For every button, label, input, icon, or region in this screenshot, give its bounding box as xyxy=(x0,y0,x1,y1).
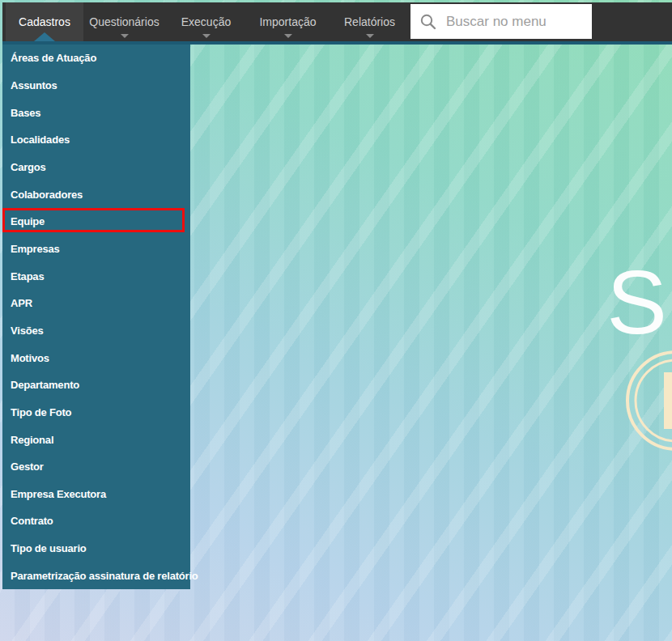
menu-item-label: Departamento xyxy=(11,379,79,391)
menu-item-cargos[interactable]: Cargos xyxy=(2,154,190,181)
menu-item-label: Colaboradores xyxy=(11,189,83,201)
menu-item-label: APR xyxy=(11,297,32,309)
menu-item-label: Áreas de Atuação xyxy=(11,52,96,64)
nav-item-label: Cadastros xyxy=(19,15,70,28)
menu-search-box xyxy=(410,4,592,39)
menu-item-bases[interactable]: Bases xyxy=(2,99,190,126)
nav-item-relatorios[interactable]: Relatórios xyxy=(329,2,410,41)
menu-item-colaboradores[interactable]: Colaboradores xyxy=(2,180,190,208)
menu-item-contrato[interactable]: Contrato xyxy=(2,507,190,535)
chevron-down-icon xyxy=(202,34,211,38)
menu-item-empresas[interactable]: Empresas xyxy=(2,236,190,263)
menu-item-regional[interactable]: Regional xyxy=(2,426,190,453)
menu-item-tipo-de-usuario[interactable]: Tipo de usuario xyxy=(2,535,190,562)
menu-item-label: Assuntos xyxy=(11,79,57,91)
menu-item-label: Parametrização assinatura de relatório xyxy=(11,570,198,582)
menu-item-motivos[interactable]: Motivos xyxy=(2,344,190,371)
nav-item-execucao[interactable]: Execução xyxy=(165,2,247,41)
menu-item-label: Equipe xyxy=(11,215,45,227)
menu-item-label: Empresas xyxy=(11,243,60,255)
active-dropdown-notch xyxy=(34,32,55,41)
watermark-letter-s: S xyxy=(606,257,667,348)
nav-item-label: Execução xyxy=(181,15,231,28)
cadastros-dropdown-menu: Áreas de Atuação Assuntos Bases Localida… xyxy=(2,45,190,589)
menu-item-label: Motivos xyxy=(11,352,49,364)
menu-item-label: Bases xyxy=(11,107,40,119)
menu-item-equipe[interactable]: Equipe xyxy=(2,208,190,236)
nav-item-importacao[interactable]: Importação xyxy=(247,2,329,41)
menu-item-label: Empresa Executora xyxy=(11,488,106,500)
menu-item-label: Visões xyxy=(11,325,43,337)
menu-item-assuntos[interactable]: Assuntos xyxy=(2,72,190,100)
nav-item-questionarios[interactable]: Questionários xyxy=(83,2,165,41)
menu-item-empresa-executora[interactable]: Empresa Executora xyxy=(2,481,190,508)
menu-item-areas-de-atuacao[interactable]: Áreas de Atuação xyxy=(2,45,190,72)
menu-item-label: Contrato xyxy=(11,515,53,527)
menu-item-etapas[interactable]: Etapas xyxy=(2,262,190,290)
menu-item-apr[interactable]: APR xyxy=(2,290,190,317)
menu-item-label: Etapas xyxy=(11,270,44,282)
nav-item-label: Questionários xyxy=(89,15,159,28)
menu-item-parametrizacao-assinatura-de-relatorio[interactable]: Parametrização assinatura de relatório xyxy=(2,562,190,589)
menu-item-label: Cargos xyxy=(11,161,46,173)
menu-item-label: Gestor xyxy=(11,461,44,473)
menu-item-label: Localidades xyxy=(11,134,70,146)
menu-item-departamento[interactable]: Departamento xyxy=(2,371,190,399)
menu-item-gestor[interactable]: Gestor xyxy=(2,453,190,481)
watermark-logo-circle-icon xyxy=(615,350,672,452)
nav-item-cadastros[interactable]: Cadastros xyxy=(6,2,83,41)
search-input[interactable] xyxy=(410,4,592,39)
menu-item-visoes[interactable]: Visões xyxy=(2,317,190,345)
menu-item-localidades[interactable]: Localidades xyxy=(2,126,190,154)
menu-item-label: Tipo de Foto xyxy=(11,406,71,418)
search-icon xyxy=(420,14,436,30)
menu-item-label: Tipo de usuario xyxy=(11,542,87,554)
top-nav-bar: Cadastros Questionários Execução Importa… xyxy=(2,2,672,45)
nav-item-label: Importação xyxy=(259,15,316,28)
chevron-down-icon xyxy=(121,34,129,38)
menu-item-label: Regional xyxy=(11,434,53,446)
menu-item-tipo-de-foto[interactable]: Tipo de Foto xyxy=(2,399,190,427)
chevron-down-icon xyxy=(366,34,374,38)
chevron-down-icon xyxy=(284,34,292,38)
nav-item-label: Relatórios xyxy=(344,15,395,28)
